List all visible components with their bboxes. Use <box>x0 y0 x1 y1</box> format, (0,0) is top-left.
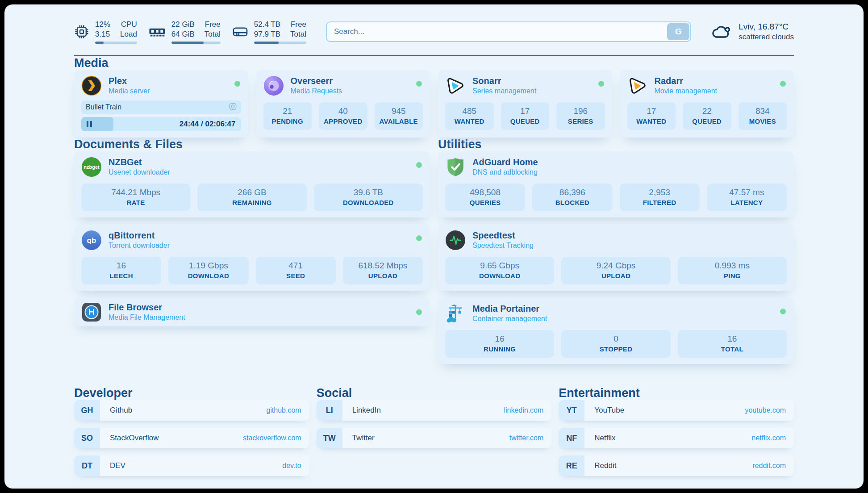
speedtest-icon <box>445 230 466 251</box>
status-dot <box>416 162 422 168</box>
weather-condition: scattered clouds <box>739 32 794 42</box>
link-row-reddit[interactable]: RE Reddit reddit.com <box>559 455 794 476</box>
app-subtitle: Media File Management <box>108 313 185 322</box>
link-badge: NF <box>559 428 584 448</box>
memory-icon <box>149 25 166 38</box>
stat-tile: 9.24 Gbps UPLOAD <box>561 257 670 284</box>
link-badge: YT <box>559 400 584 421</box>
stat-tile: 2,953 FILTERED <box>620 184 700 211</box>
link-row-netflix[interactable]: NF Netflix netflix.com <box>559 428 794 448</box>
qbittorrent-icon: qb <box>81 230 102 251</box>
stat-tile: 17 WANTED <box>627 102 676 130</box>
app-card-nzbget[interactable]: nzbget NZBGet Usenet downloader 74 <box>74 151 430 217</box>
app-subtitle: Container management <box>472 314 547 324</box>
memory-free-value: 22 GiB <box>171 20 195 29</box>
app-card-speedtest[interactable]: Speedtest Speedtest Tracking 9.65 Gbps D… <box>438 225 794 291</box>
stat-tile: 16 LEECH <box>81 257 161 284</box>
disk-total-label: Total <box>290 29 306 39</box>
section-title-entertainment: Entertainment <box>559 386 794 400</box>
cpu-progress-fill <box>95 42 104 44</box>
app-card-filebrowser[interactable]: File Browser Media File Management <box>74 298 430 326</box>
stat-tile: 266 GB REMAINING <box>197 184 306 211</box>
nzbget-icon: nzbget <box>81 157 102 177</box>
section-title-social: Social <box>317 386 552 400</box>
stat-tile: 0 STOPPED <box>561 330 670 358</box>
app-name: File Browser <box>108 302 185 313</box>
app-name: Media Portainer <box>472 303 547 314</box>
link-row-linkedin[interactable]: LI LinkedIn linkedin.com <box>317 400 552 421</box>
link-name: Github <box>110 406 132 415</box>
search-input[interactable] <box>326 21 691 42</box>
stat-tile: 471 SEED <box>256 257 336 284</box>
weather-location: Lviv, 16.87°C <box>739 21 794 33</box>
stat-tile: 0.993 ms PING <box>678 257 787 284</box>
link-name: Netflix <box>594 434 615 443</box>
app-card-sonarr[interactable]: Sonarr Series management 485 WANTED 17 Q… <box>438 70 612 138</box>
cpu-usage-value: 12% <box>95 20 110 29</box>
app-subtitle: DNS and adblocking <box>472 168 538 177</box>
link-badge: SO <box>74 428 100 448</box>
stat-tile: 22 QUEUED <box>683 102 731 130</box>
stat-tile: 16 TOTAL <box>678 330 787 358</box>
search-engine-button[interactable]: G <box>667 23 689 40</box>
disk-total-value: 97.9 TB <box>254 29 280 39</box>
app-subtitle: Series management <box>472 87 536 96</box>
app-name: Sonarr <box>472 75 536 87</box>
radarr-icon <box>627 75 648 96</box>
stat-tile: 21 PENDING <box>263 102 312 130</box>
link-row-stackoverflow[interactable]: SO StackOverflow stackoverflow.com <box>74 428 309 448</box>
link-url: github.com <box>266 406 301 414</box>
overseerr-icon <box>263 75 284 96</box>
stat-tile: 9.65 Gbps DOWNLOAD <box>445 257 554 284</box>
link-url: dev.to <box>282 462 301 470</box>
link-name: LinkedIn <box>352 406 381 415</box>
now-playing-title: Bullet Train <box>86 103 121 111</box>
stat-tile: 39.6 TB DOWNLOADED <box>314 184 423 211</box>
app-name: Plex <box>108 75 150 87</box>
stat-tile: 744.21 Mbps RATE <box>81 184 190 211</box>
filebrowser-icon <box>81 302 102 322</box>
plex-icon <box>81 75 102 96</box>
status-dot <box>598 81 604 87</box>
stat-tile: 47.57 ms LATENCY <box>707 184 787 211</box>
svg-text:qb: qb <box>87 236 96 245</box>
link-url: youtube.com <box>745 406 786 414</box>
link-url: linkedin.com <box>504 406 543 414</box>
cpu-stat: 12% 3.15 CPU Load <box>74 20 137 44</box>
stat-tile: 1.19 Gbps DOWNLOAD <box>168 257 248 284</box>
status-dot <box>416 81 422 87</box>
link-name: YouTube <box>594 406 624 415</box>
app-card-qbittorrent[interactable]: qb qBittorrent Torrent downloader <box>74 225 430 291</box>
link-row-dev[interactable]: DT DEV dev.to <box>74 455 309 476</box>
app-subtitle: Usenet downloader <box>108 168 170 177</box>
media-card-row: Plex Media server Bullet Train <box>74 70 794 138</box>
app-name: NZBGet <box>108 157 170 168</box>
cpu-load-value: 3.15 <box>95 29 110 39</box>
memory-progress-fill <box>171 42 204 44</box>
status-dot <box>780 309 786 314</box>
link-row-youtube[interactable]: YT YouTube youtube.com <box>559 400 794 421</box>
link-url: twitter.com <box>509 434 543 442</box>
app-card-portainer[interactable]: Media Portainer Container management 16 … <box>438 298 794 364</box>
status-dot <box>416 309 422 315</box>
utilities-column: Utilities <box>438 138 794 364</box>
memory-stat: 22 GiB 64 GiB Free Total <box>149 20 221 44</box>
dashboard-panel: 12% 3.15 CPU Load <box>4 4 864 489</box>
app-name: Speedtest <box>472 230 534 241</box>
app-card-plex[interactable]: Plex Media server Bullet Train <box>74 70 248 138</box>
app-card-overseerr[interactable]: Overseerr Media Requests 21 PENDING 40 A… <box>256 70 430 138</box>
cloud-icon <box>711 24 732 40</box>
link-row-github[interactable]: GH Github github.com <box>74 400 309 421</box>
developer-group: Developer GH Github github.com SO StackO… <box>74 386 309 476</box>
app-subtitle: Speedtest Tracking <box>472 241 534 251</box>
stat-tile: 618.52 Mbps UPLOAD <box>343 257 423 284</box>
app-subtitle: Media server <box>108 87 150 96</box>
link-row-twitter[interactable]: TW Twitter twitter.com <box>317 428 552 448</box>
app-card-radarr[interactable]: Radarr Movie management 17 WANTED 22 QUE… <box>620 70 794 138</box>
link-url: netflix.com <box>752 434 786 442</box>
section-title-media: Media <box>74 56 794 70</box>
status-dot <box>780 81 786 87</box>
portainer-icon <box>445 303 466 324</box>
stat-tile: 834 MOVIES <box>739 102 787 130</box>
app-card-adguard[interactable]: AdGuard Home DNS and adblocking 498,508 … <box>438 151 794 217</box>
